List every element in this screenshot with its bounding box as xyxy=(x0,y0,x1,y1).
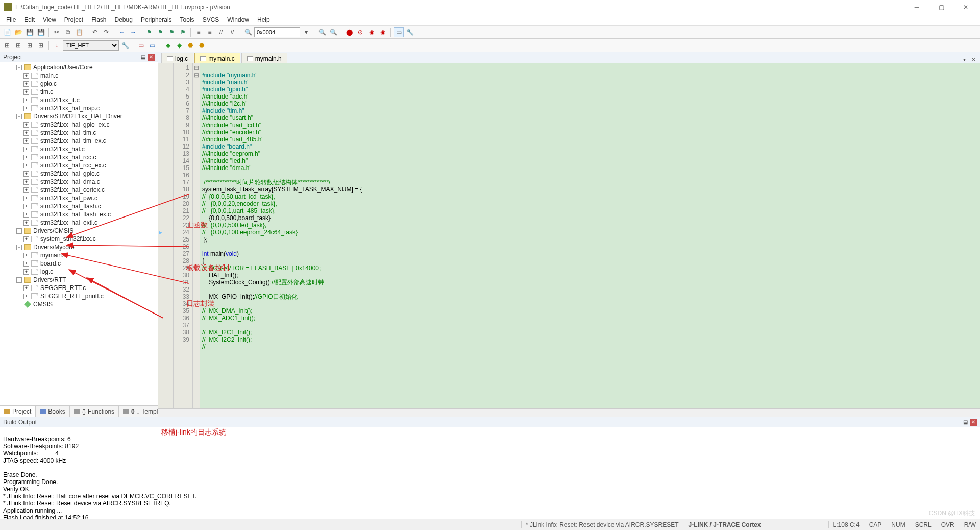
expand-icon[interactable]: + xyxy=(23,269,29,275)
target-options-icon[interactable]: 🔧 xyxy=(120,40,130,51)
panel-pin-icon[interactable]: ⬓ xyxy=(139,54,146,61)
expand-icon[interactable]: + xyxy=(23,81,29,87)
expand-icon[interactable]: + xyxy=(23,220,29,226)
menu-peripherals[interactable]: Peripherals xyxy=(137,15,176,25)
tree-item-stm32f1xx-hal-exti-c[interactable]: +stm32f1xx_hal_exti.c xyxy=(0,219,158,227)
window-icon[interactable]: ▭ xyxy=(394,27,404,37)
tree-item-drivers-cmsis[interactable]: -Drivers/CMSIS xyxy=(0,227,158,235)
expand-icon[interactable]: - xyxy=(16,228,22,234)
expand-icon[interactable]: + xyxy=(23,196,29,201)
address-input[interactable] xyxy=(254,27,300,37)
tree-item-log-c[interactable]: +log.c xyxy=(0,268,158,276)
debug-start-icon[interactable]: 🔍 xyxy=(317,27,327,37)
expand-icon[interactable]: + xyxy=(23,147,29,152)
expand-icon[interactable]: + xyxy=(23,253,29,258)
find-go-icon[interactable]: ▾ xyxy=(301,27,311,37)
menu-tools[interactable]: Tools xyxy=(176,15,199,25)
expand-icon[interactable]: + xyxy=(23,130,29,136)
bookmark-prev-icon[interactable]: ⚑ xyxy=(155,27,165,37)
rte-icon[interactable]: ◆ xyxy=(163,40,173,51)
bookmark-next-icon[interactable]: ⚑ xyxy=(166,27,177,37)
rte2-icon[interactable]: ◆ xyxy=(174,40,184,51)
expand-icon[interactable]: + xyxy=(23,236,29,242)
tree-item-cmsis[interactable]: CMSIS xyxy=(0,300,158,308)
menu-edit[interactable]: Edit xyxy=(20,15,39,25)
expand-icon[interactable]: + xyxy=(23,171,29,177)
expand-icon[interactable]: - xyxy=(16,114,22,119)
tree-item-stm32f1xx-hal-tim-c[interactable]: +stm32f1xx_hal_tim.c xyxy=(0,129,158,137)
paste-icon[interactable]: 📋 xyxy=(74,27,84,37)
expand-icon[interactable]: + xyxy=(23,122,29,128)
tree-item-stm32f1xx-hal-c[interactable]: +stm32f1xx_hal.c xyxy=(0,145,158,153)
tree-item-board-c[interactable]: +board.c xyxy=(0,259,158,268)
tree-item-drivers-stm32f1xx-hal-driver[interactable]: -Drivers/STM32F1xx_HAL_Driver xyxy=(0,112,158,121)
tree-item-stm32f1xx-hal-gpio-ex-c[interactable]: +stm32f1xx_hal_gpio_ex.c xyxy=(0,121,158,129)
menu-window[interactable]: Window xyxy=(223,15,253,25)
tree-item-application-user-core[interactable]: -Application/User/Core xyxy=(0,63,158,71)
project-tree[interactable]: -Application/User/Core+main.c+gpio.c+tim… xyxy=(0,62,158,405)
build-output[interactable]: Hardware-Breakpoints: 6 Software-Breakpo… xyxy=(0,427,980,519)
copy-icon[interactable]: ⧉ xyxy=(63,27,73,37)
tab-books[interactable]: Books xyxy=(36,406,69,417)
expand-icon[interactable]: + xyxy=(23,163,29,168)
expand-icon[interactable]: + xyxy=(23,155,29,160)
expand-icon[interactable]: + xyxy=(23,89,29,95)
tab-functions[interactable]: {} Functions xyxy=(70,406,119,417)
tree-item-tim-c[interactable]: +tim.c xyxy=(0,88,158,96)
indent-left-icon[interactable]: ≡ xyxy=(193,27,204,37)
expand-icon[interactable]: + xyxy=(23,212,29,218)
menu-view[interactable]: View xyxy=(39,15,60,25)
rebuild-icon[interactable]: ⊞ xyxy=(24,40,35,51)
close-button[interactable]: ✕ xyxy=(955,2,976,13)
config-icon[interactable]: 🔧 xyxy=(405,27,415,37)
breakpoint-clear-icon[interactable]: ◉ xyxy=(378,27,388,37)
tree-item-mymain-c[interactable]: +mymain.c xyxy=(0,251,158,259)
editor-hscroll[interactable] xyxy=(158,408,980,417)
tree-item-drivers-rtt[interactable]: -Drivers/RTT xyxy=(0,276,158,284)
tree-item-stm32f1xx-hal-rcc-c[interactable]: +stm32f1xx_hal_rcc.c xyxy=(0,153,158,161)
expand-icon[interactable]: + xyxy=(23,73,29,79)
menu-file[interactable]: File xyxy=(2,15,20,25)
tree-item-stm32f1xx-hal-dma-c[interactable]: +stm32f1xx_hal_dma.c xyxy=(0,178,158,186)
tree-item-system-stm32f1xx-c[interactable]: +system_stm32f1xx.c xyxy=(0,235,158,243)
bookmark-clear-icon[interactable]: ⚑ xyxy=(178,27,188,37)
comment-icon[interactable]: // xyxy=(216,27,226,37)
tree-item-stm32f1xx-hal-flash-ex-c[interactable]: +stm32f1xx_hal_flash_ex.c xyxy=(0,210,158,219)
expand-icon[interactable]: - xyxy=(16,245,22,250)
new-file-icon[interactable]: 📄 xyxy=(2,27,12,37)
expand-icon[interactable]: + xyxy=(23,187,29,193)
tab-project[interactable]: Project xyxy=(0,406,36,417)
manage-icon[interactable]: ▭ xyxy=(136,40,146,51)
tree-item-stm32f1xx-hal-flash-c[interactable]: +stm32f1xx_hal_flash.c xyxy=(0,202,158,210)
tree-item-segger-rtt-c[interactable]: +SEGGER_RTT.c xyxy=(0,284,158,292)
build-close-icon[interactable]: ✕ xyxy=(970,419,977,426)
expand-icon[interactable]: + xyxy=(23,285,29,291)
download-icon[interactable]: ↓ xyxy=(52,40,62,51)
build-pin-icon[interactable]: ⬓ xyxy=(962,419,969,426)
tree-item-stm32f1xx-hal-tim-ex-c[interactable]: +stm32f1xx_hal_tim_ex.c xyxy=(0,137,158,145)
open-file-icon[interactable]: 📂 xyxy=(13,27,23,37)
save-all-icon[interactable]: 💾 xyxy=(36,27,46,37)
cut-icon[interactable]: ✂ xyxy=(52,27,62,37)
nav-back-icon[interactable]: ← xyxy=(117,27,127,37)
maximize-button[interactable]: ▢ xyxy=(931,2,951,13)
expand-icon[interactable]: + xyxy=(23,261,29,267)
expand-icon[interactable]: + xyxy=(23,294,29,299)
save-icon[interactable]: 💾 xyxy=(24,27,35,37)
tree-item-segger-rtt-printf-c[interactable]: +SEGGER_RTT_printf.c xyxy=(0,292,158,300)
cube2-icon[interactable]: ⬣ xyxy=(197,40,207,51)
translate-icon[interactable]: ⊞ xyxy=(2,40,12,51)
menu-debug[interactable]: Debug xyxy=(111,15,137,25)
editor-close-icon[interactable]: ✕ xyxy=(970,56,977,63)
tree-item-drivers-mycore[interactable]: -Drivers/Mycore xyxy=(0,243,158,251)
minimize-button[interactable]: ─ xyxy=(906,2,927,13)
indent-right-icon[interactable]: ≡ xyxy=(205,27,215,37)
find-icon[interactable]: 🔍 xyxy=(243,27,253,37)
editor-tab-log[interactable]: log.c xyxy=(161,53,193,63)
menu-help[interactable]: Help xyxy=(253,15,274,25)
run-icon[interactable]: ⬤ xyxy=(344,27,354,37)
expand-icon[interactable]: + xyxy=(23,179,29,185)
panel-close-icon[interactable]: ✕ xyxy=(148,54,155,61)
breakpoint-icon[interactable]: ◉ xyxy=(366,27,377,37)
cube-icon[interactable]: ⬣ xyxy=(185,40,195,51)
